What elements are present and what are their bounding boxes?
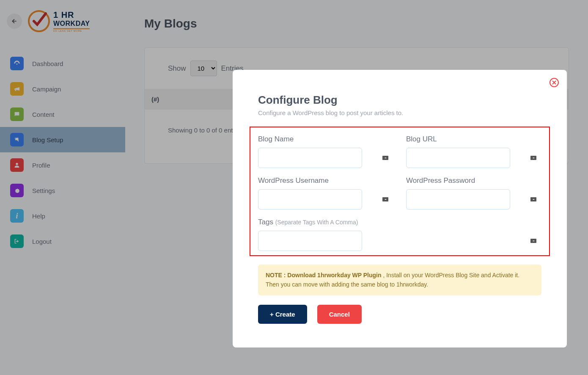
autofill-icon: [382, 156, 388, 160]
close-button[interactable]: [549, 77, 559, 88]
tags-input[interactable]: [258, 231, 362, 251]
modal-title: Configure Blog: [258, 94, 541, 107]
create-button[interactable]: + Create: [258, 305, 307, 324]
close-icon: [549, 77, 559, 88]
configure-blog-modal: Configure Blog Configure a WordPress blo…: [233, 70, 567, 347]
blog-url-label: Blog URL: [406, 135, 541, 143]
tags-hint: (Separate Tags With A Comma): [275, 219, 358, 226]
modal-overlay[interactable]: Configure Blog Configure a WordPress blo…: [0, 0, 588, 375]
autofill-icon: [530, 239, 536, 243]
modal-subtitle: Configure a WordPress blog to post your …: [258, 109, 541, 116]
form-highlight-box: Blog Name Blog URL WordPress Username: [250, 127, 550, 256]
autofill-icon: [530, 197, 536, 201]
blog-url-input[interactable]: [406, 148, 510, 168]
note-label: NOTE :: [266, 272, 286, 278]
autofill-icon: [530, 156, 536, 160]
note-box: NOTE : Download 1hrworkday WP Plugin , I…: [258, 265, 541, 295]
wp-password-input[interactable]: [406, 189, 510, 210]
wp-password-label: WordPress Password: [406, 176, 541, 185]
blog-name-input[interactable]: [258, 148, 362, 168]
autofill-icon: [382, 197, 388, 201]
wp-username-label: WordPress Username: [258, 176, 393, 185]
tags-label: Tags (Separate Tags With A Comma): [258, 218, 541, 226]
blog-name-label: Blog Name: [258, 135, 393, 143]
note-download-link[interactable]: Download 1hrworkday WP Plugin: [287, 272, 381, 278]
wp-username-input[interactable]: [258, 189, 362, 210]
cancel-button[interactable]: Cancel: [317, 305, 362, 324]
